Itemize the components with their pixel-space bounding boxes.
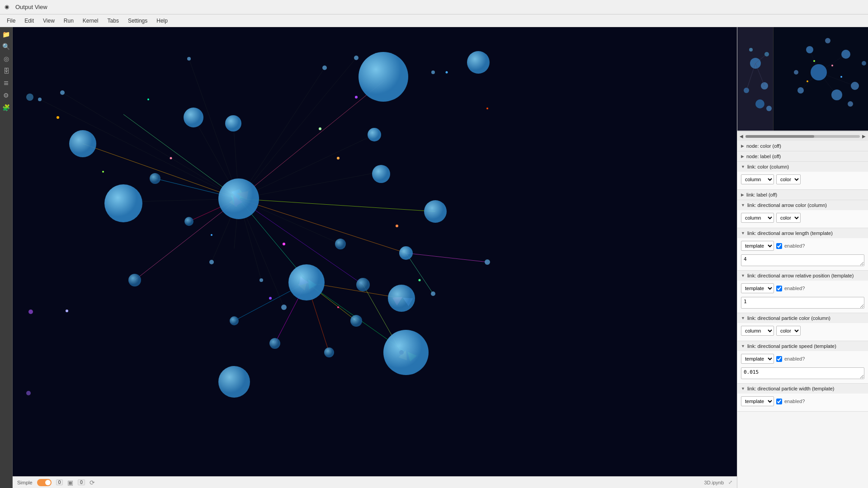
svg-point-96 — [230, 316, 239, 325]
prop-section-node-color: ▶ node: color (off) — [737, 141, 868, 151]
sidebar-circle-icon[interactable]: ◎ — [1, 54, 11, 64]
prop-section-node-label: ▶ node: label (off) — [737, 151, 868, 162]
prop-header-link-dir-arrow-color[interactable]: ▼ link: directional arrow color (column) — [737, 200, 868, 210]
left-sidebar: 📁 🔍 ◎ 🗄 ≡ ⚙ 🧩 — [0, 27, 13, 488]
link-dir-arrow-pos-enabled[interactable] — [776, 286, 782, 291]
prop-header-node-label[interactable]: ▶ node: label (off) — [737, 151, 868, 161]
prop-header-link-dir-particle-speed[interactable]: ▼ link: directional particle speed (temp… — [737, 341, 868, 351]
svg-point-54 — [57, 116, 59, 119]
sidebar-extensions-icon[interactable]: ⚙ — [1, 90, 11, 100]
svg-point-52 — [337, 306, 339, 308]
prop-section-link-color: ▼ link: color (column) column template f… — [737, 162, 868, 190]
svg-point-77 — [69, 130, 96, 157]
arrow-link-dir-arrow-length: ▼ — [741, 231, 745, 235]
thumbnail-nav: ◀ ▶ — [737, 131, 868, 141]
refresh-icon: ⟳ — [90, 479, 95, 486]
prop-header-link-dir-particle-width[interactable]: ▼ link: directional particle width (temp… — [737, 384, 868, 394]
svg-point-85 — [218, 178, 259, 219]
graph-area[interactable]: Left-click: Rotate. Mouse-wheel/middle: … — [13, 27, 737, 488]
simple-toggle[interactable] — [37, 479, 52, 486]
svg-point-60 — [66, 310, 68, 312]
menubar: File Edit View Run Kernel Tabs Settings … — [0, 14, 868, 27]
link-color-value-select[interactable]: color size — [776, 174, 801, 184]
menu-run[interactable]: Run — [59, 17, 78, 25]
prop-header-link-color[interactable]: ▼ link: color (column) — [737, 162, 868, 172]
link-dir-arrow-length-type-select[interactable]: template column fixed — [741, 241, 774, 251]
menu-settings[interactable]: Settings — [123, 17, 152, 25]
prop-section-link-dir-particle-color: ▼ link: directional particle color (colu… — [737, 313, 868, 341]
svg-line-27 — [83, 144, 239, 199]
status-bar: Simple 0 ▣ 0 ⟳ 3D.ipynb ⤢ — [13, 476, 737, 488]
svg-point-93 — [335, 239, 346, 249]
svg-point-55 — [147, 99, 149, 100]
graph-svg — [13, 27, 737, 488]
link-dir-particle-color-value-select[interactable]: color size — [776, 326, 801, 336]
sidebar-folder-icon[interactable]: 📁 — [1, 29, 11, 39]
link-color-type-select[interactable]: column template fixed — [741, 174, 774, 184]
menu-help[interactable]: Help — [152, 17, 172, 25]
svg-point-131 — [797, 87, 804, 94]
menu-edit[interactable]: Edit — [20, 17, 38, 25]
svg-point-100 — [60, 90, 65, 95]
svg-point-91 — [128, 274, 141, 286]
prop-header-link-dir-arrow-pos[interactable]: ▼ link: directional arrow relative posit… — [737, 271, 868, 281]
prop-header-link-dir-particle-color[interactable]: ▼ link: directional particle color (colu… — [737, 313, 868, 323]
link-dir-particle-speed-enabled[interactable] — [776, 356, 782, 362]
arrow-link-color: ▼ — [741, 164, 745, 169]
link-dir-arrow-length-enabled[interactable] — [776, 243, 782, 249]
menu-view[interactable]: View — [38, 17, 59, 25]
prop-header-link-label[interactable]: ▶ link: label (off) — [737, 190, 868, 200]
svg-point-57 — [446, 71, 448, 74]
link-dir-arrow-color-type-select[interactable]: column template fixed — [741, 213, 774, 223]
link-dir-particle-speed-value[interactable]: 0.015 — [741, 367, 864, 379]
title-link-color: link: color (column) — [747, 164, 789, 169]
prop-section-link-dir-particle-width: ▼ link: directional particle width (temp… — [737, 384, 868, 412]
svg-line-25 — [239, 81, 383, 199]
menu-file[interactable]: File — [2, 17, 20, 25]
prop-header-node-color[interactable]: ▶ node: color (off) — [737, 141, 868, 151]
prop-section-link-dir-arrow-length: ▼ link: directional arrow length (templa… — [737, 228, 868, 271]
title-link-dir-particle-color: link: directional particle color (column… — [747, 315, 830, 321]
svg-point-44 — [319, 127, 321, 130]
svg-point-56 — [355, 96, 358, 99]
counter1-badge: 0 — [56, 479, 63, 485]
svg-line-117 — [755, 63, 764, 86]
svg-point-116 — [749, 48, 753, 52]
svg-point-87 — [388, 285, 415, 312]
prop-body-link-dir-particle-color: column template fixed color size — [737, 323, 868, 341]
svg-point-50 — [396, 225, 398, 227]
link-dir-particle-speed-type-select[interactable]: template column fixed — [741, 354, 774, 364]
svg-point-101 — [187, 57, 191, 61]
toggle-thumb — [45, 480, 51, 485]
link-dir-arrow-pos-value[interactable]: 1 — [741, 297, 864, 309]
link-dir-particle-color-type-select[interactable]: column template fixed — [741, 326, 774, 336]
link-dir-particle-width-enabled[interactable] — [776, 399, 782, 404]
sidebar-database-icon[interactable]: 🗄 — [1, 66, 11, 76]
sidebar-list-icon[interactable]: ≡ — [1, 78, 11, 88]
svg-point-139 — [840, 76, 842, 78]
svg-line-2 — [239, 68, 325, 199]
menu-tabs[interactable]: Tabs — [103, 17, 123, 25]
prop-row-link-dir-arrow-length: template column fixed enabled? — [741, 241, 864, 251]
title-node-color: node: color (off) — [746, 143, 781, 149]
sidebar-puzzle-icon[interactable]: 🧩 — [1, 103, 11, 113]
link-dir-arrow-length-label: enabled? — [784, 243, 805, 249]
link-dir-arrow-pos-type-select[interactable]: template column fixed — [741, 283, 774, 293]
prop-body-link-dir-arrow-length: template column fixed enabled? 4 — [737, 238, 868, 270]
prop-header-link-dir-arrow-length[interactable]: ▼ link: directional arrow length (templa… — [737, 228, 868, 238]
svg-point-136 — [862, 61, 866, 66]
link-dir-arrow-length-value[interactable]: 4 — [741, 254, 864, 266]
menu-kernel[interactable]: Kernel — [78, 17, 103, 25]
svg-point-90 — [150, 173, 160, 184]
sidebar-search-icon[interactable]: 🔍 — [1, 42, 11, 52]
nav-prev[interactable]: ◀ — [740, 134, 743, 139]
svg-point-127 — [811, 64, 827, 80]
svg-line-26 — [123, 114, 239, 199]
svg-point-103 — [354, 56, 359, 60]
prop-row-link-dir-arrow-color: column template fixed color size — [741, 213, 864, 223]
link-dir-particle-width-type-select[interactable]: template column fixed — [741, 396, 774, 406]
nav-next[interactable]: ▶ — [862, 134, 866, 139]
svg-point-104 — [431, 70, 435, 74]
svg-point-107 — [399, 350, 404, 355]
link-dir-arrow-color-value-select[interactable]: color size — [776, 213, 801, 223]
